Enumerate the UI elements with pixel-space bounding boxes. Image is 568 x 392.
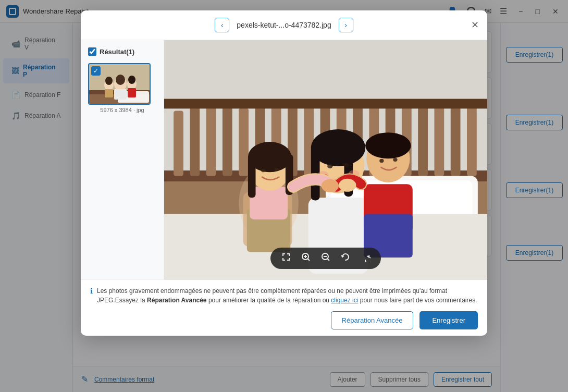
thumb-checkmark: ✓: [91, 66, 101, 76]
thumbnail-image: ✓: [88, 63, 151, 105]
svg-point-65: [339, 179, 356, 192]
result-header: Résultat(1): [88, 47, 156, 56]
svg-rect-19: [223, 105, 232, 176]
svg-point-54: [327, 164, 332, 168]
result-label: Résultat(1): [100, 48, 134, 56]
svg-rect-32: [434, 105, 444, 176]
modal-header: ‹ pexels-ketut-...o-4473782.jpg › ✕: [81, 10, 487, 40]
footer-info-text: Les photos gravement endommagées ne peuv…: [97, 286, 478, 305]
svg-rect-31: [418, 103, 428, 176]
prev-image-btn[interactable]: ‹: [215, 18, 229, 32]
svg-rect-18: [206, 103, 216, 176]
svg-rect-33: [451, 103, 461, 176]
advanced-repair-btn[interactable]: Réparation Avancée: [331, 311, 414, 329]
svg-line-69: [308, 259, 310, 261]
svg-rect-9: [105, 89, 113, 97]
info-icon: ℹ: [90, 287, 93, 295]
fullscreen-btn[interactable]: [281, 252, 291, 265]
svg-point-63: [393, 158, 397, 162]
info-text-post: pour nous faire part de vos commentaires…: [358, 297, 477, 304]
image-toolbar: [270, 248, 381, 269]
svg-point-61: [365, 132, 411, 158]
rotate-right-btn[interactable]: [360, 252, 371, 265]
modal-body: Résultat(1) ✓: [81, 40, 487, 279]
modal-filename: pexels-ketut-...o-4473782.jpg: [237, 21, 331, 29]
svg-point-62: [379, 159, 384, 163]
modal-overlay: ‹ pexels-ketut-...o-4473782.jpg › ✕ Résu…: [0, 0, 568, 392]
thumbnail-item-1[interactable]: ✓: [88, 63, 156, 113]
svg-rect-34: [467, 105, 477, 176]
preview-modal: ‹ pexels-ketut-...o-4473782.jpg › ✕ Résu…: [81, 10, 487, 336]
footer-info: ℹ Les photos gravement endommagées ne pe…: [90, 286, 478, 305]
svg-rect-35: [164, 99, 487, 109]
rotate-left-btn[interactable]: [340, 252, 351, 265]
svg-rect-5: [114, 89, 127, 100]
thumbnail-dimensions: 5976 x 3984 · jpg: [88, 107, 156, 113]
thumbnails-panel: Résultat(1) ✓: [81, 40, 164, 279]
svg-rect-12: [128, 88, 136, 97]
chevron-right-icon: ›: [344, 21, 347, 29]
info-text-mid: pour améliorer la qualité de la réparati…: [207, 297, 331, 304]
svg-point-47: [261, 169, 265, 172]
svg-rect-20: [239, 108, 249, 176]
preview-svg: [164, 40, 487, 279]
next-image-btn[interactable]: ›: [339, 18, 353, 32]
svg-point-55: [343, 163, 349, 167]
svg-point-48: [275, 168, 279, 171]
svg-rect-16: [174, 111, 183, 176]
zoom-in-btn[interactable]: [301, 252, 311, 265]
save-btn[interactable]: Enregistrer: [419, 311, 478, 329]
svg-rect-45: [248, 154, 256, 198]
svg-line-72: [328, 259, 330, 261]
svg-point-11: [128, 76, 135, 84]
info-text-bold: Réparation Avancée: [147, 297, 207, 304]
info-link[interactable]: cliquez ici: [331, 297, 358, 304]
svg-point-6: [116, 75, 125, 85]
svg-point-64: [322, 179, 339, 192]
image-preview-area: [164, 40, 487, 279]
chevron-left-icon: ‹: [221, 21, 224, 29]
svg-rect-17: [190, 105, 200, 176]
modal-footer: ℹ Les photos gravement endommagées ne pe…: [81, 279, 487, 336]
result-checkbox[interactable]: [88, 47, 96, 56]
modal-close-btn[interactable]: ✕: [471, 20, 479, 30]
footer-buttons: Réparation Avancée Enregistrer: [90, 311, 478, 329]
svg-point-8: [105, 77, 113, 85]
zoom-out-btn[interactable]: [320, 252, 331, 265]
